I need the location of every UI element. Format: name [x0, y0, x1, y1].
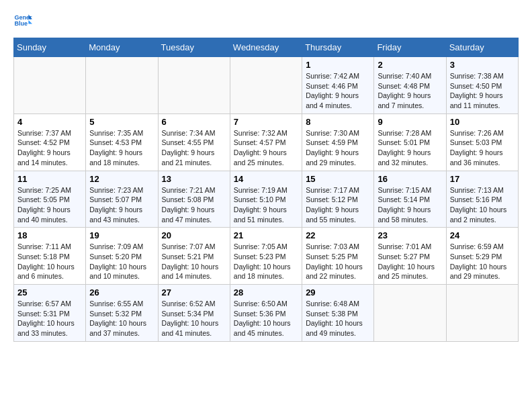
calendar-week-4: 18Sunrise: 7:11 AM Sunset: 5:18 PM Dayli… [14, 228, 519, 285]
calendar-cell: 20Sunrise: 7:07 AM Sunset: 5:21 PM Dayli… [158, 228, 230, 285]
day-info: Sunrise: 7:34 AM Sunset: 4:55 PM Dayligh… [162, 128, 226, 168]
day-info: Sunrise: 7:21 AM Sunset: 5:08 PM Dayligh… [162, 185, 226, 225]
day-info: Sunrise: 7:42 AM Sunset: 4:46 PM Dayligh… [306, 71, 370, 111]
day-info: Sunrise: 6:48 AM Sunset: 5:38 PM Dayligh… [306, 299, 370, 338]
col-header-saturday: Saturday [446, 38, 518, 57]
day-number: 11 [17, 174, 82, 184]
calendar-cell: 26Sunrise: 6:55 AM Sunset: 5:32 PM Dayli… [86, 285, 158, 342]
day-number: 12 [89, 174, 154, 184]
day-number: 26 [89, 287, 154, 298]
day-number: 24 [450, 230, 515, 240]
svg-marker-3 [28, 20, 32, 24]
col-header-wednesday: Wednesday [230, 38, 302, 57]
calendar-cell: 8Sunrise: 7:30 AM Sunset: 4:59 PM Daylig… [302, 113, 374, 171]
day-info: Sunrise: 7:40 AM Sunset: 4:48 PM Dayligh… [378, 71, 442, 111]
day-info: Sunrise: 7:09 AM Sunset: 5:20 PM Dayligh… [89, 242, 154, 281]
day-number: 28 [234, 287, 298, 298]
day-number: 19 [89, 230, 154, 240]
day-number: 23 [378, 230, 442, 240]
day-number: 8 [306, 117, 370, 127]
calendar-cell: 9Sunrise: 7:28 AM Sunset: 5:01 PM Daylig… [374, 113, 446, 171]
day-info: Sunrise: 7:32 AM Sunset: 4:57 PM Dayligh… [234, 128, 298, 168]
day-info: Sunrise: 7:01 AM Sunset: 5:27 PM Dayligh… [378, 242, 442, 281]
calendar-cell: 17Sunrise: 7:13 AM Sunset: 5:16 PM Dayli… [446, 171, 518, 228]
svg-text:Blue: Blue [14, 20, 28, 27]
day-number: 17 [450, 174, 515, 184]
day-number: 6 [162, 117, 226, 127]
day-number: 14 [234, 174, 298, 184]
calendar-cell [230, 57, 302, 114]
day-info: Sunrise: 7:23 AM Sunset: 5:07 PM Dayligh… [89, 185, 154, 225]
calendar-cell: 10Sunrise: 7:26 AM Sunset: 5:03 PM Dayli… [446, 113, 518, 171]
day-number: 1 [306, 60, 370, 70]
calendar-cell: 29Sunrise: 6:48 AM Sunset: 5:38 PM Dayli… [302, 285, 374, 342]
day-number: 16 [378, 174, 442, 184]
calendar-cell [86, 57, 158, 114]
calendar-cell: 5Sunrise: 7:35 AM Sunset: 4:53 PM Daylig… [86, 113, 158, 171]
calendar-cell: 25Sunrise: 6:57 AM Sunset: 5:31 PM Dayli… [14, 285, 86, 342]
calendar-week-1: 1Sunrise: 7:42 AM Sunset: 4:46 PM Daylig… [14, 57, 519, 114]
day-info: Sunrise: 7:13 AM Sunset: 5:16 PM Dayligh… [450, 185, 515, 225]
day-number: 7 [234, 117, 298, 127]
calendar-cell [446, 285, 518, 342]
calendar-cell: 15Sunrise: 7:17 AM Sunset: 5:12 PM Dayli… [302, 171, 374, 228]
day-number: 21 [234, 230, 298, 240]
day-info: Sunrise: 7:28 AM Sunset: 5:01 PM Dayligh… [378, 128, 442, 168]
calendar-cell: 18Sunrise: 7:11 AM Sunset: 5:18 PM Dayli… [14, 228, 86, 285]
day-number: 10 [450, 117, 515, 127]
day-info: Sunrise: 7:19 AM Sunset: 5:10 PM Dayligh… [234, 185, 298, 225]
day-info: Sunrise: 7:17 AM Sunset: 5:12 PM Dayligh… [306, 185, 370, 225]
col-header-tuesday: Tuesday [158, 38, 230, 57]
col-header-sunday: Sunday [14, 38, 86, 57]
day-number: 27 [162, 287, 226, 298]
calendar-cell: 24Sunrise: 6:59 AM Sunset: 5:29 PM Dayli… [446, 228, 518, 285]
calendar-cell: 2Sunrise: 7:40 AM Sunset: 4:48 PM Daylig… [374, 57, 446, 114]
logo-icon: General Blue [13, 11, 32, 30]
day-info: Sunrise: 7:38 AM Sunset: 4:50 PM Dayligh… [450, 71, 515, 111]
day-number: 18 [17, 230, 82, 240]
calendar-cell: 19Sunrise: 7:09 AM Sunset: 5:20 PM Dayli… [86, 228, 158, 285]
calendar-cell [158, 57, 230, 114]
day-info: Sunrise: 7:26 AM Sunset: 5:03 PM Dayligh… [450, 128, 515, 168]
day-info: Sunrise: 6:57 AM Sunset: 5:31 PM Dayligh… [17, 299, 82, 338]
calendar-cell: 23Sunrise: 7:01 AM Sunset: 5:27 PM Dayli… [374, 228, 446, 285]
day-info: Sunrise: 7:03 AM Sunset: 5:25 PM Dayligh… [306, 242, 370, 281]
calendar-cell: 3Sunrise: 7:38 AM Sunset: 4:50 PM Daylig… [446, 57, 518, 114]
day-info: Sunrise: 6:59 AM Sunset: 5:29 PM Dayligh… [450, 242, 515, 281]
calendar-cell: 6Sunrise: 7:34 AM Sunset: 4:55 PM Daylig… [158, 113, 230, 171]
day-info: Sunrise: 6:50 AM Sunset: 5:36 PM Dayligh… [234, 299, 298, 338]
day-number: 5 [89, 117, 154, 127]
col-header-thursday: Thursday [302, 38, 374, 57]
day-number: 13 [162, 174, 226, 184]
calendar-cell: 28Sunrise: 6:50 AM Sunset: 5:36 PM Dayli… [230, 285, 302, 342]
day-number: 3 [450, 60, 515, 70]
calendar-cell: 1Sunrise: 7:42 AM Sunset: 4:46 PM Daylig… [302, 57, 374, 114]
day-info: Sunrise: 6:52 AM Sunset: 5:34 PM Dayligh… [162, 299, 226, 338]
calendar-table: SundayMondayTuesdayWednesdayThursdayFrid… [13, 38, 519, 342]
calendar-cell: 12Sunrise: 7:23 AM Sunset: 5:07 PM Dayli… [86, 171, 158, 228]
day-number: 20 [162, 230, 226, 240]
col-header-monday: Monday [86, 38, 158, 57]
calendar-week-3: 11Sunrise: 7:25 AM Sunset: 5:05 PM Dayli… [14, 171, 519, 228]
day-number: 2 [378, 60, 442, 70]
calendar-cell: 11Sunrise: 7:25 AM Sunset: 5:05 PM Dayli… [14, 171, 86, 228]
calendar-week-5: 25Sunrise: 6:57 AM Sunset: 5:31 PM Dayli… [14, 285, 519, 342]
calendar-cell: 27Sunrise: 6:52 AM Sunset: 5:34 PM Dayli… [158, 285, 230, 342]
day-number: 9 [378, 117, 442, 127]
logo: General Blue [13, 11, 35, 30]
calendar-cell [14, 57, 86, 114]
col-header-friday: Friday [374, 38, 446, 57]
day-number: 25 [17, 287, 82, 298]
calendar-cell: 22Sunrise: 7:03 AM Sunset: 5:25 PM Dayli… [302, 228, 374, 285]
day-info: Sunrise: 6:55 AM Sunset: 5:32 PM Dayligh… [89, 299, 154, 338]
day-info: Sunrise: 7:30 AM Sunset: 4:59 PM Dayligh… [306, 128, 370, 168]
day-info: Sunrise: 7:25 AM Sunset: 5:05 PM Dayligh… [17, 185, 82, 225]
day-number: 15 [306, 174, 370, 184]
calendar-cell: 14Sunrise: 7:19 AM Sunset: 5:10 PM Dayli… [230, 171, 302, 228]
calendar-cell [374, 285, 446, 342]
day-info: Sunrise: 7:15 AM Sunset: 5:14 PM Dayligh… [378, 185, 442, 225]
day-number: 22 [306, 230, 370, 240]
calendar-cell: 7Sunrise: 7:32 AM Sunset: 4:57 PM Daylig… [230, 113, 302, 171]
calendar-week-2: 4Sunrise: 7:37 AM Sunset: 4:52 PM Daylig… [14, 113, 519, 171]
day-info: Sunrise: 7:35 AM Sunset: 4:53 PM Dayligh… [89, 128, 154, 168]
